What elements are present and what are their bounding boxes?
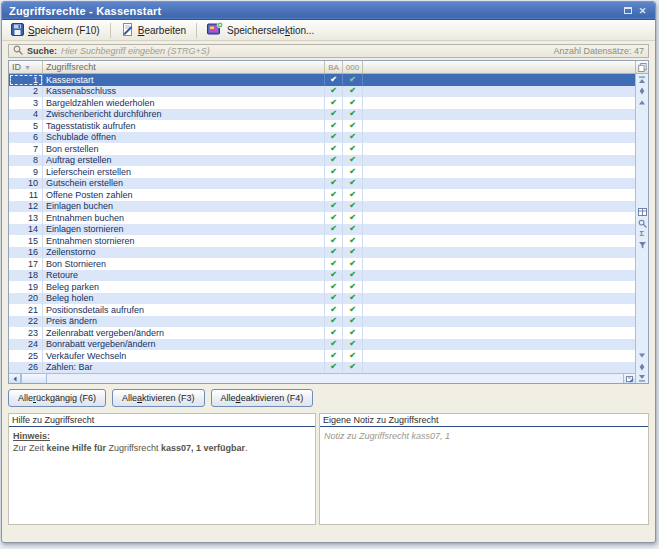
000-check[interactable]: ✔ bbox=[343, 293, 363, 305]
table-row[interactable]: 21Positionsdetails aufrufen✔✔ bbox=[9, 304, 635, 316]
deactivate-all-button[interactable]: Alle deaktivieren (F4) bbox=[211, 389, 314, 407]
000-check[interactable]: ✔ bbox=[343, 224, 363, 236]
sum-icon[interactable]: Σ bbox=[636, 229, 648, 240]
scroll-up-icon[interactable] bbox=[636, 96, 648, 107]
000-check[interactable]: ✔ bbox=[343, 143, 363, 155]
table-row[interactable]: 10Gutschein erstellen✔✔ bbox=[9, 178, 635, 190]
scroll-down-icon[interactable] bbox=[636, 350, 648, 361]
note-text[interactable]: Notiz zu Zugriffsrecht kass07, 1 bbox=[320, 427, 648, 524]
000-check[interactable]: ✔ bbox=[343, 281, 363, 293]
ba-check[interactable]: ✔ bbox=[325, 327, 343, 339]
000-check[interactable]: ✔ bbox=[343, 339, 363, 351]
ba-check[interactable]: ✔ bbox=[325, 362, 343, 374]
scroll-top-icon[interactable] bbox=[636, 74, 648, 85]
ba-check[interactable]: ✔ bbox=[325, 201, 343, 213]
000-check[interactable]: ✔ bbox=[343, 201, 363, 213]
ba-check[interactable]: ✔ bbox=[325, 143, 343, 155]
copy-icon[interactable] bbox=[636, 61, 648, 74]
column-chooser-icon[interactable] bbox=[636, 207, 648, 218]
table-row[interactable]: 15Entnahmen stornieren✔✔ bbox=[9, 235, 635, 247]
000-check[interactable]: ✔ bbox=[343, 327, 363, 339]
restore-icon[interactable] bbox=[620, 4, 635, 17]
column-header-000[interactable]: 000 bbox=[343, 61, 363, 73]
scroll-drag-icon[interactable] bbox=[636, 85, 648, 96]
save-button[interactable]: Speichern (F10) bbox=[6, 22, 105, 39]
undo-all-button[interactable]: Alle rückgängig (F6) bbox=[8, 389, 106, 407]
table-row[interactable]: 6Schublade öffnen✔✔ bbox=[9, 132, 635, 144]
ba-check[interactable]: ✔ bbox=[325, 132, 343, 144]
table-row[interactable]: 20Beleg holen✔✔ bbox=[9, 293, 635, 305]
scroll-left-icon[interactable] bbox=[9, 374, 21, 383]
table-row[interactable]: 8Auftrag erstellen✔✔ bbox=[9, 155, 635, 167]
edit-button[interactable]: Bearbeiten bbox=[116, 22, 191, 39]
close-icon[interactable]: ✕ bbox=[635, 4, 650, 17]
hscrollbar-track[interactable] bbox=[47, 374, 623, 383]
search-input[interactable] bbox=[61, 45, 549, 57]
column-header-id[interactable]: ID ▼ bbox=[9, 61, 43, 73]
ba-check[interactable]: ✔ bbox=[325, 247, 343, 259]
000-check[interactable]: ✔ bbox=[343, 109, 363, 121]
ba-check[interactable]: ✔ bbox=[325, 281, 343, 293]
table-row[interactable]: 14Einlagen stornieren✔✔ bbox=[9, 224, 635, 236]
table-row[interactable]: 16Zeilenstorno✔✔ bbox=[9, 247, 635, 259]
memory-selection-button[interactable]: Speicherselektion... bbox=[202, 21, 319, 39]
000-check[interactable]: ✔ bbox=[343, 120, 363, 132]
ba-check[interactable]: ✔ bbox=[325, 212, 343, 224]
ba-check[interactable]: ✔ bbox=[325, 120, 343, 132]
000-check[interactable]: ✔ bbox=[343, 212, 363, 224]
000-check[interactable]: ✔ bbox=[343, 304, 363, 316]
table-row[interactable]: 19Beleg parken✔✔ bbox=[9, 281, 635, 293]
table-row[interactable]: 2Kassenabschluss✔✔ bbox=[9, 86, 635, 98]
vscrollbar-track[interactable] bbox=[636, 251, 648, 351]
table-row[interactable]: 12Einlagen buchen✔✔ bbox=[9, 201, 635, 213]
row-search-icon[interactable] bbox=[636, 218, 648, 229]
activate-all-button[interactable]: Alle aktivieren (F3) bbox=[112, 389, 205, 407]
000-check[interactable]: ✔ bbox=[343, 166, 363, 178]
000-check[interactable]: ✔ bbox=[343, 74, 363, 86]
table-row[interactable]: 4Zwischenbericht durchführen✔✔ bbox=[9, 109, 635, 121]
vscrollbar-track[interactable] bbox=[636, 107, 648, 207]
ba-check[interactable]: ✔ bbox=[325, 316, 343, 328]
000-check[interactable]: ✔ bbox=[343, 235, 363, 247]
ba-check[interactable]: ✔ bbox=[325, 270, 343, 282]
table-row[interactable]: 9Lieferschein erstellen✔✔ bbox=[9, 166, 635, 178]
horizontal-scrollbar[interactable] bbox=[9, 373, 635, 383]
ba-check[interactable]: ✔ bbox=[325, 86, 343, 98]
filter-icon[interactable] bbox=[636, 240, 648, 251]
table-row[interactable]: 26Zahlen: Bar✔✔ bbox=[9, 362, 635, 374]
ba-check[interactable]: ✔ bbox=[325, 293, 343, 305]
000-check[interactable]: ✔ bbox=[343, 350, 363, 362]
table-row[interactable]: 23Zeilenrabatt vergeben/ändern✔✔ bbox=[9, 327, 635, 339]
000-check[interactable]: ✔ bbox=[343, 316, 363, 328]
column-header-ba[interactable]: BA bbox=[325, 61, 343, 73]
ba-check[interactable]: ✔ bbox=[325, 304, 343, 316]
000-check[interactable]: ✔ bbox=[343, 258, 363, 270]
ba-check[interactable]: ✔ bbox=[325, 97, 343, 109]
column-header-zugriffsrecht[interactable]: Zugriffsrecht bbox=[43, 61, 325, 73]
table-row[interactable]: 25Verkäufer Wechseln✔✔ bbox=[9, 350, 635, 362]
000-check[interactable]: ✔ bbox=[343, 132, 363, 144]
000-check[interactable]: ✔ bbox=[343, 86, 363, 98]
000-check[interactable]: ✔ bbox=[343, 189, 363, 201]
table-row[interactable]: 1Kassenstart✔✔ bbox=[9, 74, 635, 86]
ba-check[interactable]: ✔ bbox=[325, 166, 343, 178]
ba-check[interactable]: ✔ bbox=[325, 339, 343, 351]
000-check[interactable]: ✔ bbox=[343, 270, 363, 282]
table-row[interactable]: 24Bonrabatt vergeben/ändern✔✔ bbox=[9, 339, 635, 351]
ba-check[interactable]: ✔ bbox=[325, 178, 343, 190]
table-row[interactable]: 17Bon Stornieren✔✔ bbox=[9, 258, 635, 270]
000-check[interactable]: ✔ bbox=[343, 362, 363, 374]
scroll-bottom-icon[interactable] bbox=[636, 372, 648, 383]
table-row[interactable]: 5Tagesstatistik aufrufen✔✔ bbox=[9, 120, 635, 132]
000-check[interactable]: ✔ bbox=[343, 97, 363, 109]
table-row[interactable]: 18Retoure✔✔ bbox=[9, 270, 635, 282]
table-row[interactable]: 13Entnahmen buchen✔✔ bbox=[9, 212, 635, 224]
hscrollbar-thumb[interactable] bbox=[21, 374, 47, 383]
ba-check[interactable]: ✔ bbox=[325, 74, 343, 86]
ba-check[interactable]: ✔ bbox=[325, 235, 343, 247]
table-row[interactable]: 3Bargeldzählen wiederholen✔✔ bbox=[9, 97, 635, 109]
ba-check[interactable]: ✔ bbox=[325, 189, 343, 201]
table-row[interactable]: 22Preis ändern✔✔ bbox=[9, 316, 635, 328]
ba-check[interactable]: ✔ bbox=[325, 224, 343, 236]
000-check[interactable]: ✔ bbox=[343, 247, 363, 259]
